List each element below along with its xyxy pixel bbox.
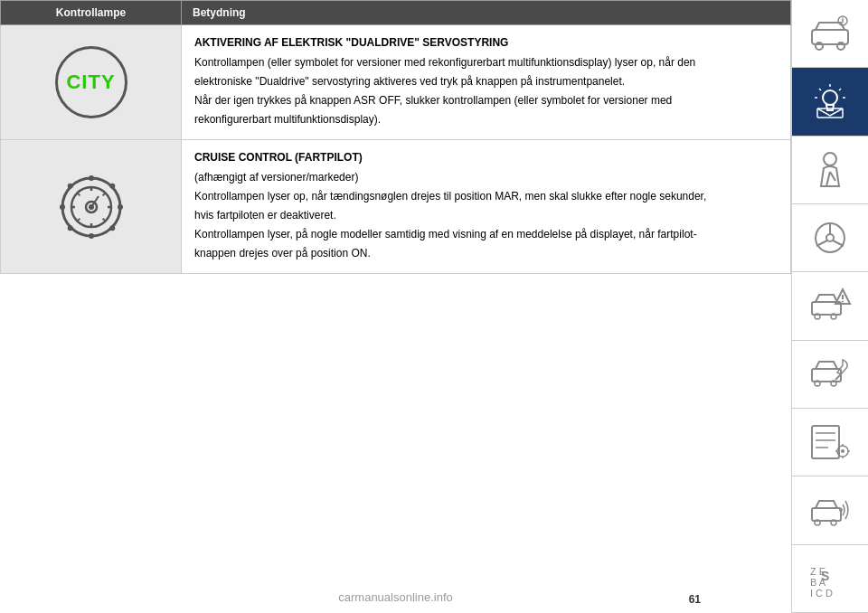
warning-light-icon [808,83,852,119]
svg-line-42 [833,240,844,246]
svg-line-36 [826,172,830,186]
sidebar-item-car-hazard[interactable] [792,272,868,340]
row1-line3: Når der igen trykkes på knappen ASR OFF,… [194,92,778,108]
alphabet-icon: Z E B A I C D S [808,561,852,597]
svg-point-12 [89,204,94,210]
right-sidebar: Z E B A I C D S [791,0,868,613]
table-row: CITY AKTIVERING AF ELEKTRISK "DUALDRIVE"… [1,25,791,140]
svg-point-27 [823,90,837,105]
desc-cell-city: AKTIVERING AF ELEKTRISK "DUALDRIVE" SERV… [182,25,791,140]
city-icon: CITY [55,46,127,118]
svg-line-30 [839,89,841,90]
svg-point-17 [67,183,72,188]
row1-line2: elektroniske "Dualdrive" servostyring ak… [194,73,778,90]
svg-point-18 [109,225,115,231]
svg-point-47 [842,301,844,303]
sidebar-item-car-service[interactable] [792,341,868,409]
icon-cell-cruise [1,140,182,274]
svg-line-41 [816,240,827,246]
radio-icon [808,492,852,528]
main-content: Kontrollampe Betydning CITY AKTIVERING A… [0,0,791,613]
svg-line-9 [102,193,105,195]
cruise-control-icon [55,171,127,243]
seatbelt-icon [808,152,852,188]
svg-point-65 [839,508,843,512]
svg-point-16 [118,204,123,210]
svg-text:I C  D: I C D [810,588,833,597]
svg-line-7 [77,193,80,195]
steering-icon [808,220,852,256]
svg-rect-52 [812,426,839,458]
svg-point-20 [67,225,72,231]
row2-line1: (afhængigt af versioner/markeder) [194,169,778,185]
svg-rect-62 [812,508,841,521]
sidebar-item-warning-light[interactable] [792,68,868,136]
col-header-kontrollampe: Kontrollampe [1,1,182,25]
row1-line4: rekonfigurerbart multifunktionsdisplay). [194,111,778,127]
car-info-icon [808,15,852,52]
row2-title: CRUISE CONTROL (FARTPILOT) [194,149,778,165]
col-header-betydning: Betydning [182,1,791,25]
sidebar-item-car-info[interactable] [792,0,868,68]
sidebar-item-alphabet[interactable]: Z E B A I C D S [792,545,868,613]
info-table: Kontrollampe Betydning CITY AKTIVERING A… [0,0,791,274]
row2-line4: Kontrollampen lyser, på nogle modeller s… [194,226,778,242]
svg-point-14 [89,233,94,239]
row2-line5: knappen drejes over på position ON. [194,245,778,261]
svg-point-19 [109,183,115,188]
page-number: 61 [689,593,701,606]
svg-point-15 [60,204,65,210]
svg-line-8 [102,218,105,221]
row1-title: AKTIVERING AF ELEKTRISK "DUALDRIVE" SERV… [194,34,778,51]
svg-line-37 [830,172,835,181]
svg-point-57 [841,449,844,453]
svg-point-39 [826,234,834,241]
sidebar-item-radio[interactable] [792,476,868,544]
svg-line-10 [77,218,80,221]
watermark: carmanualsonline.info [338,590,452,604]
row1-line1: Kontrollampen (eller symbolet for versio… [194,54,778,71]
sidebar-item-steering[interactable] [792,204,868,272]
icon-cell-city: CITY [1,25,182,140]
svg-point-35 [824,153,836,165]
svg-line-32 [819,89,821,90]
row2-line2: Kontrollampen lyser op, når tændingsnøgl… [194,188,778,204]
desc-cell-cruise: CRUISE CONTROL (FARTPILOT) (afhængigt af… [182,140,791,274]
svg-text:S: S [821,569,829,583]
settings-list-icon [808,424,852,460]
car-service-icon [808,356,852,392]
svg-point-13 [89,175,94,181]
sidebar-item-seatbelt[interactable] [792,137,868,204]
sidebar-item-settings-list[interactable] [792,409,868,476]
cruise-svg [59,174,124,240]
car-hazard-icon [808,288,852,324]
svg-point-26 [842,17,844,19]
table-row: CRUISE CONTROL (FARTPILOT) (afhængigt af… [1,140,791,274]
row2-line3: hvis fartpiloten er deaktiveret. [194,207,778,223]
